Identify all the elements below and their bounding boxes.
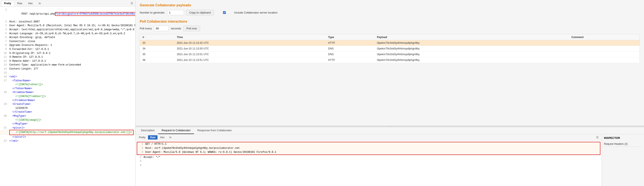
cell-comment bbox=[569, 57, 640, 63]
cell-type: HTTP bbox=[326, 57, 374, 63]
cell-payload: l3pekm70n3nb5y4hhtmopdlphgn9by bbox=[374, 46, 569, 52]
generate-section-title: Generate Collaborator payloads bbox=[140, 3, 640, 7]
table-row[interactable]: 35 2021-Jun-15 11:13:51 UTC DNS l3pekm70… bbox=[140, 52, 640, 57]
code-line-17c: </ToUserName> bbox=[0, 87, 135, 91]
inner-tab-hex[interactable]: Hex bbox=[158, 135, 166, 140]
table-header-row: # ↑ Time Type Payload Comment bbox=[140, 34, 640, 40]
cell-num: 33 bbox=[140, 40, 174, 46]
code-line-22: 22 </xml> bbox=[0, 139, 135, 143]
code-line-17a: 17 <ToUserName> bbox=[0, 79, 135, 83]
table-row[interactable]: 34 2021-Jun-15 11:13:50 UTC DNS l3pekm70… bbox=[140, 46, 640, 52]
table-row[interactable]: 36 2021-Jun-15 11:13:51 UTC HTTP l3pekm7… bbox=[140, 57, 640, 63]
tab-description[interactable]: Description bbox=[138, 127, 158, 134]
cell-payload: l3pekm70n3nb5y4hhtmopdlphgn9by bbox=[374, 40, 569, 46]
inner-tab-pretty[interactable]: Pretty bbox=[137, 135, 148, 140]
detail-code-line-1: 1 GET / HTTP/1.1 bbox=[137, 142, 600, 146]
tab-response-from-collaborator[interactable]: Response from Collaborator bbox=[194, 127, 235, 134]
poll-every-input[interactable] bbox=[154, 26, 169, 31]
tab-hex-left[interactable]: Hex bbox=[26, 1, 35, 6]
cell-type: HTTP bbox=[326, 40, 374, 46]
col-time[interactable]: Time bbox=[174, 34, 326, 40]
detail-content-area: Pretty Raw Hex \n ☰ 1 GET / HTTP/1.1 2 bbox=[136, 134, 644, 186]
col-comment[interactable]: Comment bbox=[569, 34, 640, 40]
poll-section-title: Poll Collaborator interactions bbox=[140, 20, 640, 23]
col-payload[interactable]: Payload bbox=[374, 34, 569, 40]
code-line-20c: </MsgType> bbox=[0, 122, 135, 126]
number-generate-label: Number to generate: bbox=[140, 11, 165, 14]
cell-payload: l3pekm70n3nb5y4hhtmopdlphgn9by bbox=[374, 52, 569, 57]
detail-code-line-4: 4 Accept: */* bbox=[136, 155, 602, 159]
code-line-4: 4 Accept: text/html,application/xhtml+xm… bbox=[0, 28, 135, 32]
cell-time: 2021-Jun-15 11:13:51 UTC bbox=[174, 52, 326, 57]
code-line-21c: </picurl> bbox=[0, 135, 135, 139]
code-line-1: 1 POST /wq2/pros/api.php?id=1&signature=… bbox=[0, 8, 135, 20]
poll-every-label: Poll every bbox=[140, 27, 152, 30]
cell-payload: l3pekm70n3nb5y4hhtmopdlphgn9by bbox=[374, 57, 569, 63]
code-line-7: 7 Connection: close bbox=[0, 39, 135, 43]
inspector-title: INSPECTOR bbox=[604, 136, 642, 140]
right-bottom-panel: Description Request to Collaborator Resp… bbox=[136, 127, 644, 186]
code-line-16: 16 <xml> bbox=[0, 75, 135, 79]
tab-newline-left[interactable]: \n bbox=[36, 1, 44, 6]
inner-tab-newline[interactable]: \n bbox=[167, 135, 174, 140]
copy-to-clipboard-button[interactable]: Copy to clipboard bbox=[186, 10, 214, 15]
menu-icon-left[interactable]: ☰ bbox=[130, 1, 134, 6]
code-line-19a: 19 <CreateTime> bbox=[0, 102, 135, 106]
detail-request-code: 1 GET / HTTP/1.1 2 Host: ssrf.l3pekm70n3… bbox=[136, 141, 602, 168]
detail-inner-tab-bar: Pretty Raw Hex \n ☰ bbox=[136, 134, 602, 141]
cell-type: DNS bbox=[326, 46, 374, 52]
tab-raw-left[interactable]: Raw bbox=[14, 1, 25, 6]
line-num-1: 1 bbox=[2, 8, 7, 20]
code-line-12: 12 X-Remote-Addr: 127.0.0.1 bbox=[0, 59, 135, 63]
right-panel: Generate Collaborator payloads Number to… bbox=[136, 0, 644, 186]
code-line-3: 3 User-Agent: Mozilla/5.0 (Macintosh; In… bbox=[0, 24, 135, 28]
code-line-14: 14 Content-Length: 277 bbox=[0, 67, 135, 71]
request-code-area: 1 POST /wq2/pros/api.php?id=1&signature=… bbox=[0, 7, 135, 186]
code-line-18a: 18 <FromUserName> bbox=[0, 90, 135, 94]
cell-num: 35 bbox=[140, 52, 174, 57]
inspector-panel: INSPECTOR Request Headers (3) bbox=[602, 134, 644, 186]
highlight-signature: ?id=1&signature=5f06d7a4d508c1eced2f8b7e… bbox=[55, 12, 135, 16]
code-line-20b: <![CDATA[image]]> bbox=[0, 118, 135, 122]
code-line-2: 2 Host: localhost:8887 bbox=[0, 20, 135, 24]
detail-highlight-block: 1 GET / HTTP/1.1 2 Host: ssrf.l3pekm70n3… bbox=[137, 142, 600, 155]
number-generate-input[interactable] bbox=[167, 10, 184, 15]
poll-row: Poll every seconds Poll now bbox=[140, 25, 640, 31]
detail-code-line-6: 6 bbox=[136, 163, 602, 167]
cell-num: 34 bbox=[140, 46, 174, 52]
col-num[interactable]: # ↑ bbox=[140, 34, 174, 40]
code-line-8: 8 Upgrade-Insecure-Requests: 1 bbox=[0, 43, 135, 47]
poll-now-button[interactable]: Poll now bbox=[183, 25, 200, 31]
inspector-item-request-headers[interactable]: Request Headers (3) bbox=[604, 142, 642, 147]
table-row[interactable]: 33 2021-Jun-15 11:13:32 UTC HTTP l3pekm7… bbox=[140, 40, 640, 46]
code-line-21b: <![CDATA[http://ssrf.l3pekm70n3nb5y4hhtm… bbox=[0, 130, 135, 135]
interaction-table: # ↑ Time Type Payload Comment 33 2021-Ju… bbox=[140, 34, 640, 63]
include-location-checkbox[interactable] bbox=[216, 11, 233, 14]
tab-pretty-left[interactable]: Pretty bbox=[1, 1, 14, 6]
cell-comment bbox=[569, 52, 640, 57]
detail-code-area: Pretty Raw Hex \n ☰ 1 GET / HTTP/1.1 2 bbox=[136, 134, 602, 186]
code-line-21a: 21 <picurl> bbox=[0, 126, 135, 130]
detail-tab-bar: Description Request to Collaborator Resp… bbox=[136, 127, 644, 134]
cell-type: DNS bbox=[326, 52, 374, 57]
code-line-13: 13 Content-Type: application/x-www-form-… bbox=[0, 63, 135, 67]
code-line-20a: 20 <MsgType> bbox=[0, 114, 135, 118]
code-line-18c: </FromUserName> bbox=[0, 99, 135, 103]
left-panel: Pretty Raw Hex \n ☰ 1 POST /wq2/pros/api… bbox=[0, 0, 136, 186]
inner-tab-raw[interactable]: Raw bbox=[148, 135, 158, 140]
cell-time: 2021-Jun-15 11:13:51 UTC bbox=[174, 57, 326, 63]
code-line-19b: 12345678 bbox=[0, 106, 135, 110]
include-location-row: Include Collaborator server location bbox=[216, 11, 278, 14]
code-line-10: 10 X-Originating-IP: 127.0.0.1 bbox=[0, 51, 135, 55]
code-line-15: 15 bbox=[0, 71, 135, 75]
inner-tab-menu-icon[interactable]: ☰ bbox=[594, 135, 600, 140]
code-line-19c: </CreateTime> bbox=[0, 110, 135, 114]
right-top-area: Generate Collaborator payloads Number to… bbox=[136, 0, 644, 126]
col-type[interactable]: Type bbox=[326, 34, 374, 40]
code-line-9: 9 X-Forwarded-For: 127.0.0.1 bbox=[0, 47, 135, 51]
cell-comment bbox=[569, 46, 640, 52]
seconds-label: seconds bbox=[171, 27, 181, 30]
detail-code-line-2: 2 Host: ssrf.l3pekm70n3nb5y4hhtmopdlphgn… bbox=[137, 146, 600, 150]
tab-request-to-collaborator[interactable]: Request to Collaborator bbox=[158, 127, 194, 134]
generate-row: Number to generate: Copy to clipboard In… bbox=[140, 10, 640, 15]
